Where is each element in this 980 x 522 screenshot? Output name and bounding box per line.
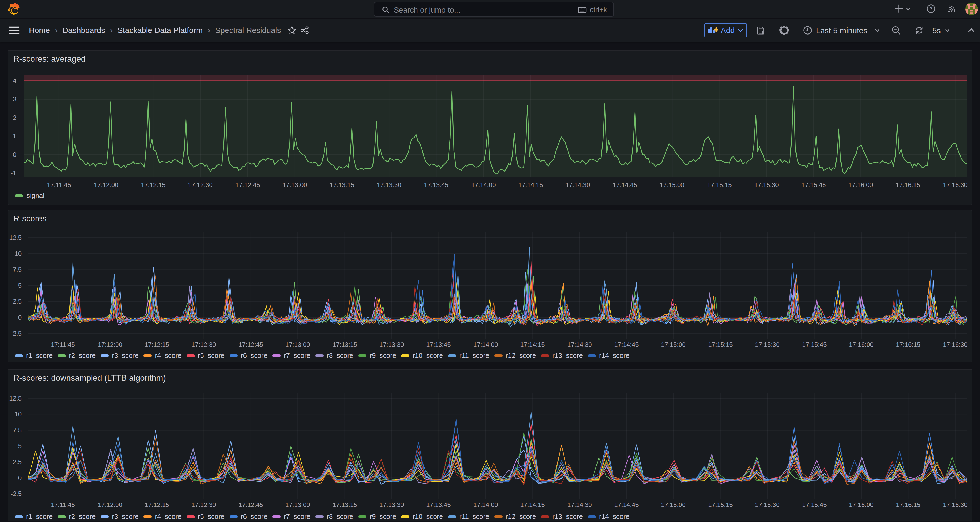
svg-text:?: ? bbox=[930, 6, 932, 11]
